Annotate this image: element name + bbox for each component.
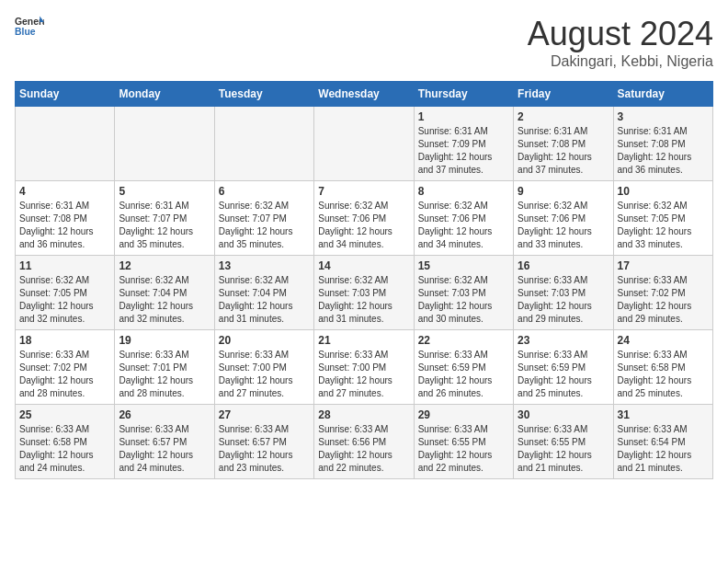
day-number: 7 — [318, 185, 409, 198]
calendar-cell: 15Sunrise: 6:32 AM Sunset: 7:03 PM Dayli… — [414, 256, 513, 330]
day-number: 10 — [618, 185, 709, 198]
day-number: 9 — [518, 185, 609, 198]
day-number: 16 — [518, 259, 609, 272]
day-info: Sunrise: 6:33 AM Sunset: 7:02 PM Dayligh… — [618, 274, 709, 326]
day-info: Sunrise: 6:32 AM Sunset: 7:06 PM Dayligh… — [418, 200, 509, 251]
calendar-cell: 14Sunrise: 6:32 AM Sunset: 7:03 PM Dayli… — [314, 256, 414, 330]
day-number: 8 — [418, 185, 509, 198]
day-info: Sunrise: 6:33 AM Sunset: 6:57 PM Dayligh… — [119, 423, 210, 475]
calendar-cell: 8Sunrise: 6:32 AM Sunset: 7:06 PM Daylig… — [414, 181, 513, 256]
day-number: 18 — [19, 334, 110, 347]
calendar-cell: 3Sunrise: 6:31 AM Sunset: 7:08 PM Daylig… — [613, 107, 712, 181]
day-info: Sunrise: 6:33 AM Sunset: 6:57 PM Dayligh… — [219, 423, 310, 475]
day-info: Sunrise: 6:32 AM Sunset: 7:06 PM Dayligh… — [318, 200, 409, 251]
month-year-title: August 2024 — [528, 15, 713, 53]
calendar-cell: 25Sunrise: 6:33 AM Sunset: 6:58 PM Dayli… — [16, 405, 115, 479]
day-info: Sunrise: 6:33 AM Sunset: 6:56 PM Dayligh… — [318, 423, 409, 475]
day-number: 3 — [618, 110, 709, 123]
day-info: Sunrise: 6:33 AM Sunset: 7:02 PM Dayligh… — [19, 349, 110, 400]
day-info: Sunrise: 6:32 AM Sunset: 7:05 PM Dayligh… — [618, 200, 709, 251]
calendar-cell: 7Sunrise: 6:32 AM Sunset: 7:06 PM Daylig… — [314, 181, 414, 256]
day-number: 1 — [418, 110, 509, 123]
day-info: Sunrise: 6:32 AM Sunset: 7:07 PM Dayligh… — [219, 200, 310, 251]
day-of-week-sunday: Sunday — [16, 82, 115, 107]
day-of-week-wednesday: Wednesday — [314, 82, 414, 107]
day-info: Sunrise: 6:33 AM Sunset: 6:59 PM Dayligh… — [418, 349, 509, 400]
calendar-cell: 12Sunrise: 6:32 AM Sunset: 7:04 PM Dayli… — [115, 256, 214, 330]
day-info: Sunrise: 6:33 AM Sunset: 6:58 PM Dayligh… — [19, 423, 110, 475]
day-info: Sunrise: 6:32 AM Sunset: 7:03 PM Dayligh… — [418, 274, 509, 326]
day-number: 30 — [518, 408, 609, 421]
calendar-cell: 20Sunrise: 6:33 AM Sunset: 7:00 PM Dayli… — [214, 330, 313, 405]
day-number: 27 — [219, 408, 310, 421]
day-info: Sunrise: 6:33 AM Sunset: 6:59 PM Dayligh… — [518, 349, 609, 400]
day-info: Sunrise: 6:32 AM Sunset: 7:03 PM Dayligh… — [318, 274, 409, 326]
day-number: 25 — [19, 408, 110, 421]
day-number: 5 — [119, 185, 210, 198]
calendar-cell: 6Sunrise: 6:32 AM Sunset: 7:07 PM Daylig… — [214, 181, 313, 256]
calendar-cell: 17Sunrise: 6:33 AM Sunset: 7:02 PM Dayli… — [613, 256, 712, 330]
day-number: 13 — [219, 259, 310, 272]
calendar-cell: 21Sunrise: 6:33 AM Sunset: 7:00 PM Dayli… — [314, 330, 414, 405]
day-info: Sunrise: 6:31 AM Sunset: 7:09 PM Dayligh… — [418, 125, 509, 177]
day-info: Sunrise: 6:31 AM Sunset: 7:08 PM Dayligh… — [618, 125, 709, 177]
calendar-cell: 27Sunrise: 6:33 AM Sunset: 6:57 PM Dayli… — [214, 405, 313, 479]
day-number: 26 — [119, 408, 210, 421]
day-of-week-saturday: Saturday — [613, 82, 712, 107]
calendar-cell — [16, 107, 115, 181]
day-info: Sunrise: 6:31 AM Sunset: 7:07 PM Dayligh… — [119, 200, 210, 251]
location-subtitle: Dakingari, Kebbi, Nigeria — [528, 53, 713, 70]
day-of-week-monday: Monday — [115, 82, 214, 107]
day-number: 6 — [219, 185, 310, 198]
day-number: 14 — [318, 259, 409, 272]
day-number: 24 — [618, 334, 709, 347]
day-number: 4 — [19, 185, 110, 198]
day-info: Sunrise: 6:32 AM Sunset: 7:06 PM Dayligh… — [518, 200, 609, 251]
day-number: 17 — [618, 259, 709, 272]
logo-icon: General Blue — [15, 15, 44, 40]
day-info: Sunrise: 6:31 AM Sunset: 7:08 PM Dayligh… — [518, 125, 609, 177]
calendar-cell: 13Sunrise: 6:32 AM Sunset: 7:04 PM Dayli… — [214, 256, 313, 330]
day-info: Sunrise: 6:33 AM Sunset: 7:00 PM Dayligh… — [318, 349, 409, 400]
day-info: Sunrise: 6:32 AM Sunset: 7:04 PM Dayligh… — [119, 274, 210, 326]
calendar-cell: 23Sunrise: 6:33 AM Sunset: 6:59 PM Dayli… — [514, 330, 613, 405]
calendar-cell: 24Sunrise: 6:33 AM Sunset: 6:58 PM Dayli… — [613, 330, 712, 405]
day-number: 20 — [219, 334, 310, 347]
calendar-week-row: 1Sunrise: 6:31 AM Sunset: 7:09 PM Daylig… — [16, 107, 713, 181]
day-number: 15 — [418, 259, 509, 272]
calendar-cell: 22Sunrise: 6:33 AM Sunset: 6:59 PM Dayli… — [414, 330, 513, 405]
day-of-week-friday: Friday — [514, 82, 613, 107]
day-number: 29 — [418, 408, 509, 421]
calendar-week-row: 18Sunrise: 6:33 AM Sunset: 7:02 PM Dayli… — [16, 330, 713, 405]
calendar-cell: 4Sunrise: 6:31 AM Sunset: 7:08 PM Daylig… — [16, 181, 115, 256]
day-number: 21 — [318, 334, 409, 347]
day-info: Sunrise: 6:33 AM Sunset: 7:00 PM Dayligh… — [219, 349, 310, 400]
day-info: Sunrise: 6:33 AM Sunset: 6:54 PM Dayligh… — [618, 423, 709, 475]
day-of-week-thursday: Thursday — [414, 82, 513, 107]
day-number: 31 — [618, 408, 709, 421]
day-number: 23 — [518, 334, 609, 347]
calendar-cell: 11Sunrise: 6:32 AM Sunset: 7:05 PM Dayli… — [16, 256, 115, 330]
title-block: August 2024 Dakingari, Kebbi, Nigeria — [528, 15, 713, 70]
calendar-cell: 30Sunrise: 6:33 AM Sunset: 6:55 PM Dayli… — [514, 405, 613, 479]
day-number: 19 — [119, 334, 210, 347]
logo: General Blue — [15, 15, 44, 40]
calendar-week-row: 25Sunrise: 6:33 AM Sunset: 6:58 PM Dayli… — [16, 405, 713, 479]
calendar-week-row: 11Sunrise: 6:32 AM Sunset: 7:05 PM Dayli… — [16, 256, 713, 330]
day-info: Sunrise: 6:33 AM Sunset: 6:55 PM Dayligh… — [518, 423, 609, 475]
day-number: 22 — [418, 334, 509, 347]
day-info: Sunrise: 6:33 AM Sunset: 7:03 PM Dayligh… — [518, 274, 609, 326]
calendar-cell: 10Sunrise: 6:32 AM Sunset: 7:05 PM Dayli… — [613, 181, 712, 256]
day-info: Sunrise: 6:33 AM Sunset: 7:01 PM Dayligh… — [119, 349, 210, 400]
page-header: General Blue August 2024 Dakingari, Kebb… — [15, 15, 713, 70]
calendar-cell — [314, 107, 414, 181]
calendar-cell: 1Sunrise: 6:31 AM Sunset: 7:09 PM Daylig… — [414, 107, 513, 181]
calendar-cell: 26Sunrise: 6:33 AM Sunset: 6:57 PM Dayli… — [115, 405, 214, 479]
calendar-cell: 2Sunrise: 6:31 AM Sunset: 7:08 PM Daylig… — [514, 107, 613, 181]
calendar-cell: 16Sunrise: 6:33 AM Sunset: 7:03 PM Dayli… — [514, 256, 613, 330]
calendar-cell: 28Sunrise: 6:33 AM Sunset: 6:56 PM Dayli… — [314, 405, 414, 479]
calendar-cell: 18Sunrise: 6:33 AM Sunset: 7:02 PM Dayli… — [16, 330, 115, 405]
day-info: Sunrise: 6:33 AM Sunset: 6:58 PM Dayligh… — [618, 349, 709, 400]
svg-text:Blue: Blue — [15, 27, 36, 37]
calendar-week-row: 4Sunrise: 6:31 AM Sunset: 7:08 PM Daylig… — [16, 181, 713, 256]
